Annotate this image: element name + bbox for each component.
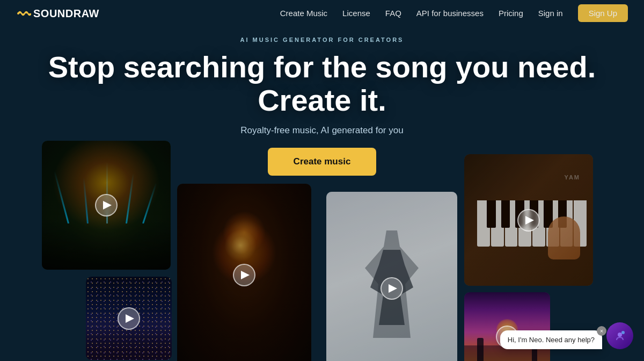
- logo[interactable]: SOUNDRAW: [16, 6, 99, 21]
- chat-icon: [613, 329, 626, 342]
- play-button[interactable]: [380, 277, 403, 300]
- piano-keys: [477, 200, 587, 247]
- hero-section: AI MUSIC GENERATOR FOR CREATORS Stop sea…: [0, 27, 644, 176]
- svg-point-2: [621, 331, 625, 334]
- hero-subtitle: AI MUSIC GENERATOR FOR CREATORS: [11, 37, 633, 43]
- nav-links: Create Music License FAQ API for busines…: [280, 9, 628, 18]
- dj-card[interactable]: [177, 184, 311, 361]
- signup-button[interactable]: Sign Up: [578, 4, 628, 22]
- navigation: SOUNDRAW Create Music License FAQ API fo…: [0, 0, 644, 27]
- chat-bubble: Hi, I'm Neo. Need any help? ×: [500, 330, 602, 349]
- dj-overlay: [177, 184, 311, 361]
- nav-pricing[interactable]: Pricing: [499, 9, 523, 18]
- logo-text: SOUNDRAW: [33, 8, 99, 20]
- nav-api[interactable]: API for businesses: [416, 9, 484, 18]
- nav-license[interactable]: License: [342, 9, 370, 18]
- chatbot-widget: Hi, I'm Neo. Need any help? ×: [500, 322, 633, 349]
- chat-icon-button[interactable]: [606, 322, 633, 349]
- play-button[interactable]: [118, 307, 140, 330]
- play-button[interactable]: [233, 264, 255, 286]
- nav-faq[interactable]: FAQ: [385, 9, 401, 18]
- create-music-button[interactable]: Create music: [268, 148, 377, 176]
- nav-create-music[interactable]: Create Music: [280, 9, 327, 18]
- dancer-overlay: [326, 192, 457, 361]
- hero-title: Stop searching for the song you need. Cr…: [11, 50, 633, 117]
- dancer-card[interactable]: [326, 192, 457, 361]
- svg-point-1: [618, 333, 622, 337]
- svg-point-0: [17, 12, 19, 15]
- chat-close-button[interactable]: ×: [597, 326, 606, 336]
- chat-message: Hi, I'm Neo. Need any help?: [508, 336, 595, 344]
- hero-title-line1: Stop searching for the song you need.: [48, 50, 596, 84]
- chat-bubble-wrapper: Hi, I'm Neo. Need any help? ×: [500, 330, 602, 349]
- logo-icon: [16, 6, 31, 21]
- signin-button[interactable]: Sign in: [538, 9, 563, 18]
- city-card[interactable]: [86, 277, 172, 360]
- hero-description: Royalty-free music, AI generated for you: [11, 125, 633, 136]
- hero-title-line2: Create it.: [258, 83, 386, 117]
- play-button[interactable]: [517, 209, 540, 232]
- play-button[interactable]: [95, 194, 118, 216]
- city-overlay: [86, 277, 172, 360]
